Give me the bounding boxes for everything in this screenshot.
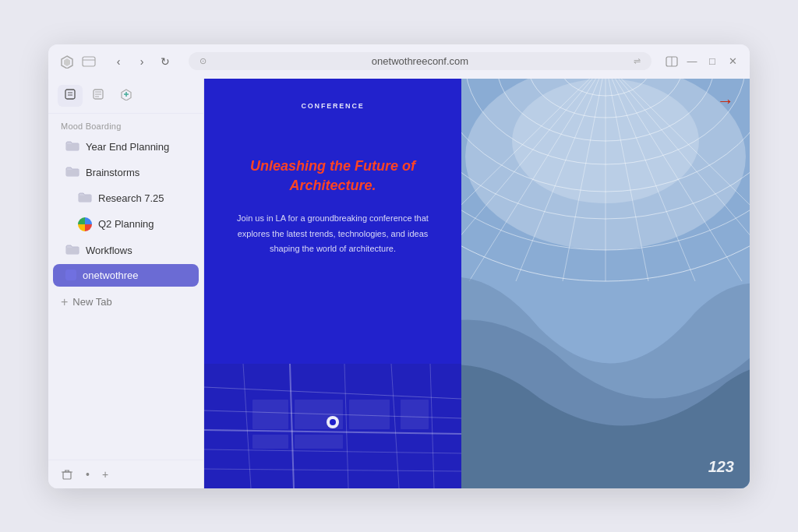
back-button[interactable]: ‹ xyxy=(109,52,128,71)
folder-icon-research xyxy=(78,192,92,205)
browser-content: CONFERENCE Unleashing the Future of Arch… xyxy=(204,79,750,488)
svg-rect-31 xyxy=(252,400,288,429)
svg-marker-1 xyxy=(64,58,70,66)
trash-button[interactable] xyxy=(61,468,73,481)
svg-rect-34 xyxy=(295,435,343,449)
tab-layout-icon[interactable] xyxy=(81,54,97,69)
svg-rect-2 xyxy=(83,57,95,66)
sidebar-item-research[interactable]: Research 7.25 xyxy=(53,186,199,210)
svg-rect-6 xyxy=(65,90,75,99)
conference-description: Join us in LA for a groundbreaking confe… xyxy=(228,211,438,257)
new-tab-button[interactable]: + New Tab xyxy=(53,291,199,314)
sidebar-tab-reader[interactable] xyxy=(86,85,111,107)
nav-controls: ‹ › ↻ xyxy=(109,52,175,71)
svg-rect-35 xyxy=(349,400,390,429)
svg-point-38 xyxy=(330,419,336,425)
sidebar-section-label: Mood Boarding xyxy=(48,114,203,134)
main-area: Mood Boarding Year End Planning xyxy=(48,79,750,488)
sidebar: Mood Boarding Year End Planning xyxy=(48,79,204,488)
lock-icon: ⊙ xyxy=(200,56,207,66)
new-tab-label: New Tab xyxy=(72,296,111,308)
add-tab-button[interactable]: + xyxy=(102,468,108,481)
sidebar-footer: • + xyxy=(48,460,203,488)
window-controls: — □ ✕ xyxy=(666,55,739,68)
folder-icon-brainstorms xyxy=(65,166,79,179)
browser-window: ‹ › ↻ ⊙ onetwothreeconf.com ⇌ — □ ✕ xyxy=(48,44,750,488)
url-text: onetwothreeconf.com xyxy=(213,55,627,67)
workflows-label: Workflows xyxy=(86,245,186,256)
dot-button[interactable]: • xyxy=(86,468,90,481)
address-bar[interactable]: ⊙ onetwothreeconf.com ⇌ xyxy=(189,52,651,70)
g-icon-q2 xyxy=(78,217,92,231)
conference-map xyxy=(204,364,461,488)
refresh-button[interactable]: ↻ xyxy=(156,52,175,71)
next-arrow[interactable]: → xyxy=(717,91,734,111)
folder-icon xyxy=(65,140,79,153)
sidebar-item-year-end[interactable]: Year End Planning xyxy=(53,135,199,159)
conference-headline: Unleashing the Future of Architecture. xyxy=(228,157,438,196)
page-number: 123 xyxy=(708,458,734,476)
research-label: Research 7.25 xyxy=(98,192,186,204)
sidebar-tab-bookmarks[interactable] xyxy=(58,85,83,107)
sidebar-item-brainstorms[interactable]: Brainstorms xyxy=(53,160,199,185)
colorful-plus-icon xyxy=(120,88,132,103)
svg-rect-15 xyxy=(63,472,71,479)
plus-icon: + xyxy=(61,295,68,309)
minimize-button[interactable]: — xyxy=(686,55,698,68)
split-view-button[interactable] xyxy=(666,55,678,68)
maximize-button[interactable]: □ xyxy=(706,55,719,68)
address-extra-icon: ⇌ xyxy=(634,56,641,66)
reader-icon xyxy=(92,88,104,103)
year-end-label: Year End Planning xyxy=(86,141,186,153)
sidebar-tabs xyxy=(48,79,203,114)
colored-square-icon xyxy=(65,270,76,280)
folder-icon-workflows xyxy=(65,244,79,257)
onetwothree-label: onetwothree xyxy=(83,270,186,281)
close-button[interactable]: ✕ xyxy=(726,55,739,68)
browser-logo-icon xyxy=(59,54,75,69)
q2planning-label: Q2 Planning xyxy=(98,218,186,230)
svg-point-60 xyxy=(512,79,699,203)
conference-page: CONFERENCE Unleashing the Future of Arch… xyxy=(204,79,750,488)
bookmarks-icon xyxy=(64,88,76,103)
forward-button[interactable]: › xyxy=(132,52,151,71)
conference-right-panel: → 123 xyxy=(461,79,750,488)
svg-rect-32 xyxy=(252,435,288,449)
sidebar-tab-plus[interactable] xyxy=(114,85,139,107)
brainstorms-label: Brainstorms xyxy=(86,167,186,178)
sidebar-item-onetwothree[interactable]: onetwothree xyxy=(53,264,199,287)
sidebar-item-q2planning[interactable]: Q2 Planning xyxy=(53,212,199,237)
title-bar-left xyxy=(59,54,97,69)
conference-left-panel: CONFERENCE Unleashing the Future of Arch… xyxy=(204,79,461,488)
title-bar: ‹ › ↻ ⊙ onetwothreeconf.com ⇌ — □ ✕ xyxy=(48,44,750,79)
svg-rect-36 xyxy=(401,400,429,429)
conference-logo: CONFERENCE xyxy=(228,102,438,110)
sidebar-item-workflows[interactable]: Workflows xyxy=(53,238,199,262)
